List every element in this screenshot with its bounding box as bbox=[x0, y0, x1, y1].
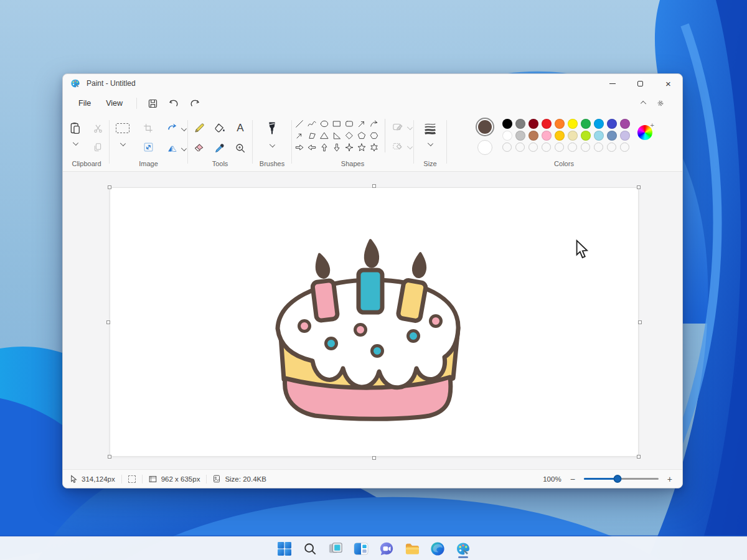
shape-arrow-right-icon[interactable] bbox=[293, 141, 306, 153]
palette-color-3f48cc[interactable] bbox=[607, 119, 617, 129]
redo-button[interactable] bbox=[186, 95, 204, 111]
palette-color-ed1c24[interactable] bbox=[542, 119, 552, 129]
resize-button[interactable] bbox=[138, 138, 158, 156]
start-button[interactable] bbox=[275, 539, 294, 559]
cut-button[interactable] bbox=[88, 119, 108, 138]
paste-dropdown-chevron-icon[interactable] bbox=[72, 140, 78, 146]
edit-colors-wheel-button[interactable] bbox=[637, 125, 652, 140]
shape-rectangle-icon[interactable] bbox=[331, 118, 343, 129]
brushes-button[interactable] bbox=[262, 119, 282, 138]
zoom-slider[interactable] bbox=[584, 475, 659, 483]
shape-quadrilateral-icon[interactable] bbox=[306, 129, 318, 141]
palette-empty-slot[interactable] bbox=[607, 142, 616, 152]
title-bar[interactable]: Paint - Untitled × bbox=[63, 74, 682, 93]
shape-pentagon-icon[interactable] bbox=[355, 129, 368, 141]
copy-button[interactable] bbox=[88, 138, 108, 156]
eraser-tool-button[interactable] bbox=[189, 139, 209, 157]
palette-empty-slot[interactable] bbox=[620, 142, 629, 152]
palette-empty-slot[interactable] bbox=[515, 142, 525, 152]
shape-rounded-rectangle-icon[interactable] bbox=[343, 118, 355, 129]
paste-button[interactable] bbox=[65, 119, 85, 138]
drawing-canvas[interactable] bbox=[110, 187, 639, 457]
canvas-resize-handle[interactable] bbox=[372, 456, 376, 460]
palette-color-00a2e8[interactable] bbox=[594, 119, 604, 129]
zoom-in-button[interactable]: + bbox=[667, 474, 672, 484]
minimize-button[interactable] bbox=[598, 74, 626, 93]
shape-oval-icon[interactable] bbox=[318, 118, 331, 129]
close-button[interactable]: × bbox=[654, 74, 682, 93]
canvas-resize-handle[interactable] bbox=[106, 320, 110, 324]
palette-color-c8bfe7[interactable] bbox=[620, 131, 630, 141]
canvas-resize-handle[interactable] bbox=[108, 455, 111, 459]
save-button[interactable] bbox=[143, 95, 162, 111]
collapse-ribbon-chevron-up-icon[interactable] bbox=[641, 100, 646, 106]
zoom-out-button[interactable]: − bbox=[570, 474, 575, 484]
canvas-resize-handle[interactable] bbox=[638, 320, 642, 324]
rotate-button[interactable] bbox=[162, 119, 182, 138]
flip-button[interactable] bbox=[162, 139, 182, 157]
paint-taskbar-button[interactable] bbox=[454, 539, 472, 559]
flip-dropdown-chevron-icon[interactable] bbox=[181, 145, 187, 151]
rotate-dropdown-chevron-icon[interactable] bbox=[181, 125, 187, 131]
shape-six-point-star-icon[interactable] bbox=[368, 141, 380, 153]
shape-fill-chevron-icon[interactable] bbox=[407, 143, 413, 149]
palette-color-b5e61d[interactable] bbox=[581, 131, 591, 141]
palette-color-b97a57[interactable] bbox=[529, 131, 538, 141]
shape-outline-button[interactable] bbox=[390, 120, 406, 134]
widgets-button[interactable] bbox=[352, 539, 370, 559]
palette-color-22b14c[interactable] bbox=[581, 119, 591, 129]
menu-view[interactable]: View bbox=[98, 96, 130, 111]
shape-right-triangle-icon[interactable] bbox=[331, 129, 343, 141]
settings-icon[interactable] bbox=[655, 98, 665, 108]
shape-hexagon-icon[interactable] bbox=[368, 129, 380, 141]
edge-button[interactable] bbox=[428, 539, 447, 559]
undo-button[interactable] bbox=[164, 95, 183, 111]
task-view-button[interactable] bbox=[326, 539, 345, 559]
fill-tool-button[interactable] bbox=[210, 119, 230, 138]
palette-color-fff200[interactable] bbox=[568, 119, 578, 129]
palette-empty-slot[interactable] bbox=[542, 142, 551, 152]
canvas-resize-handle[interactable] bbox=[637, 185, 641, 189]
chat-button[interactable] bbox=[377, 539, 396, 559]
shape-curved-arrow-icon[interactable] bbox=[368, 118, 380, 129]
palette-color-a349a4[interactable] bbox=[620, 119, 630, 129]
palette-color-ff7f27[interactable] bbox=[555, 119, 565, 129]
canvas-resize-handle[interactable] bbox=[637, 455, 641, 459]
text-tool-button[interactable]: A bbox=[230, 119, 250, 138]
palette-color-7092be[interactable] bbox=[607, 131, 617, 141]
palette-color-ffaec9[interactable] bbox=[542, 131, 552, 141]
shape-arrow-left-icon[interactable] bbox=[306, 141, 318, 153]
menu-file[interactable]: File bbox=[71, 96, 98, 111]
shape-small-arrow-icon[interactable] bbox=[293, 129, 306, 141]
crop-button[interactable] bbox=[138, 119, 158, 138]
shape-triangle-icon[interactable] bbox=[318, 129, 331, 141]
palette-color-880015[interactable] bbox=[529, 119, 538, 129]
palette-empty-slot[interactable] bbox=[555, 142, 564, 152]
palette-color-7f7f7f[interactable] bbox=[515, 119, 525, 129]
palette-color-c3c3c3[interactable] bbox=[515, 131, 525, 141]
size-dropdown-chevron-icon[interactable] bbox=[427, 141, 433, 146]
brushes-dropdown-chevron-icon[interactable] bbox=[269, 142, 275, 147]
shape-diamond-icon[interactable] bbox=[343, 129, 355, 141]
magnifier-tool-button[interactable] bbox=[230, 139, 250, 157]
canvas-resize-handle[interactable] bbox=[108, 185, 111, 189]
shape-arrow-up-icon[interactable] bbox=[318, 141, 331, 153]
palette-color-000000[interactable] bbox=[502, 119, 512, 129]
select-dropdown-chevron-icon[interactable] bbox=[120, 141, 125, 146]
palette-empty-slot[interactable] bbox=[594, 142, 603, 152]
shape-arrow-up-right-icon[interactable] bbox=[355, 118, 368, 129]
shape-outline-chevron-icon[interactable] bbox=[407, 124, 413, 129]
palette-empty-slot[interactable] bbox=[502, 142, 512, 152]
palette-color-ffffff[interactable] bbox=[502, 131, 512, 141]
color1-slot-selected[interactable] bbox=[476, 118, 494, 136]
select-button[interactable] bbox=[111, 119, 134, 138]
pencil-tool-button[interactable] bbox=[189, 119, 209, 138]
color2-slot[interactable] bbox=[477, 140, 492, 155]
palette-color-efe4b0[interactable] bbox=[568, 131, 578, 141]
palette-color-99d9ea[interactable] bbox=[594, 131, 604, 141]
shape-four-point-star-icon[interactable] bbox=[343, 141, 355, 153]
shape-fill-button[interactable] bbox=[390, 139, 406, 153]
shape-line-icon[interactable] bbox=[293, 118, 306, 129]
size-button[interactable] bbox=[420, 119, 440, 138]
shape-curve-icon[interactable] bbox=[306, 118, 318, 129]
